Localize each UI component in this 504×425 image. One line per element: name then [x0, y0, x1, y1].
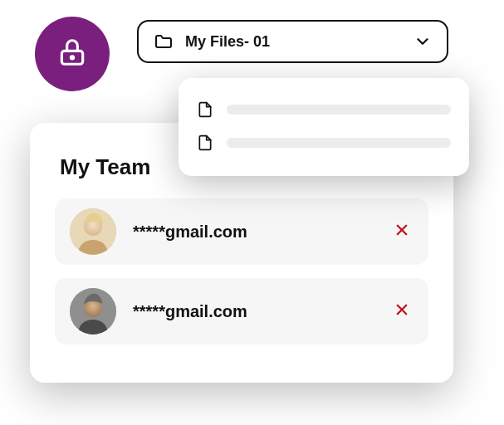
file-name-placeholder: [227, 138, 451, 148]
svg-point-1: [71, 56, 73, 59]
team-member-row: *****gmail.com: [55, 198, 428, 265]
file-name-placeholder: [227, 105, 451, 115]
document-icon: [197, 100, 213, 120]
lock-icon: [56, 37, 88, 71]
chevron-down-icon: [413, 32, 432, 51]
document-icon: [197, 133, 213, 153]
dropdown-item[interactable]: [197, 126, 451, 159]
member-email: *****gmail.com: [133, 302, 374, 321]
folder-select-label: My Files- 01: [185, 33, 413, 51]
dropdown-item[interactable]: [197, 93, 451, 126]
folder-dropdown-panel: [179, 78, 469, 176]
folder-select[interactable]: My Files- 01: [137, 20, 448, 63]
close-icon: [394, 302, 409, 320]
avatar: [70, 208, 116, 255]
remove-member-button[interactable]: [390, 220, 413, 243]
close-icon: [394, 222, 409, 241]
folder-icon: [154, 32, 174, 51]
lock-badge: [35, 17, 110, 91]
member-email: *****gmail.com: [133, 222, 374, 242]
avatar: [70, 288, 116, 335]
remove-member-button[interactable]: [390, 300, 413, 323]
team-member-row: *****gmail.com: [55, 278, 428, 344]
